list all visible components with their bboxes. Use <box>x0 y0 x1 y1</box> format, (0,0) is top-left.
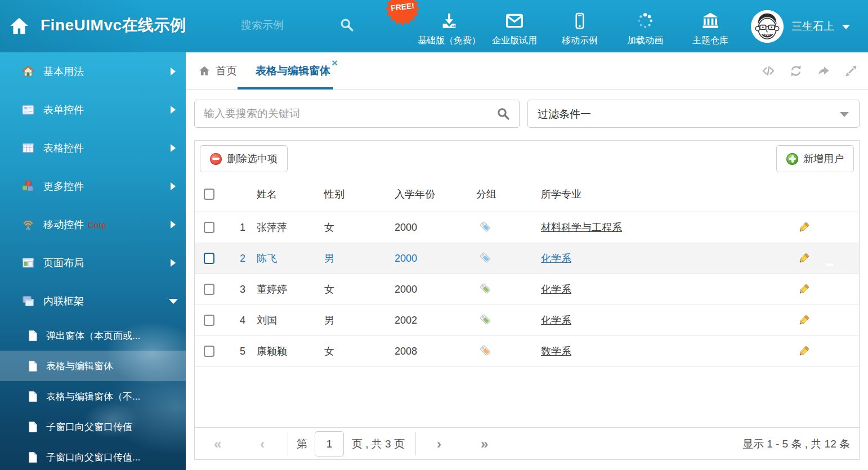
row-checkbox[interactable] <box>204 284 214 295</box>
sidebar-item[interactable]: 基本用法 <box>0 52 186 91</box>
cubes-icon <box>21 180 35 193</box>
sidebar-item-label: 表单控件 <box>43 103 84 117</box>
major-link[interactable]: 化学系 <box>541 253 571 264</box>
row-checkbox[interactable] <box>204 315 214 326</box>
sidebar-item[interactable]: 移动控件Corp. <box>0 205 186 244</box>
edit-pencil-icon[interactable] <box>798 345 810 357</box>
filter-dropdown-value: 过滤条件一 <box>538 107 591 122</box>
row-index: 3 <box>229 284 257 296</box>
sidebar-menu: 基本用法表单控件表格控件更多控件移动控件Corp.页面布局内联框架弹出窗体（本页… <box>0 52 186 470</box>
tab-active-underline <box>238 87 333 89</box>
filter-dropdown[interactable]: 过滤条件一 <box>527 100 860 128</box>
delete-selected-label: 删除选中项 <box>227 152 278 165</box>
header-search-input[interactable] <box>241 16 337 35</box>
edit-pencil-icon[interactable] <box>798 252 810 265</box>
user-menu[interactable]: 三生石上 <box>751 0 850 52</box>
pager-divider <box>288 432 288 455</box>
table-row[interactable]: 4刘国男2002化学系 <box>195 305 859 336</box>
row-index: 5 <box>229 346 257 357</box>
page-last-button[interactable]: » <box>481 428 488 460</box>
cell-year: 2000 <box>395 222 476 234</box>
row-checkbox[interactable] <box>204 346 214 357</box>
sidebar-subitem-label: 表格与编辑窗体 <box>46 360 113 373</box>
grid-panel: 删除选中项 新增用户 姓名 性别 入学年份 分组 所学专业 <box>194 140 860 460</box>
header-nav-item[interactable]: 基础版（免费） <box>417 6 482 47</box>
tab-active[interactable]: 表格与编辑窗体 × <box>238 52 333 89</box>
page-first-button[interactable]: « <box>214 428 221 460</box>
tab-home-icon <box>198 65 211 77</box>
header-search-icon[interactable] <box>339 17 354 32</box>
tab-bar: 首页 表格与编辑窗体 × <box>186 52 868 89</box>
edit-pencil-icon[interactable] <box>798 221 810 234</box>
sidebar-subitem[interactable]: 表格与编辑窗体 <box>0 351 186 381</box>
sidebar-item-label: 移动控件 <box>43 218 84 231</box>
refresh-icon[interactable] <box>789 64 803 78</box>
page-icon <box>27 421 39 433</box>
tab-close-icon[interactable]: × <box>332 57 338 68</box>
header-nav-item[interactable]: 移动示例 <box>547 6 612 47</box>
open-new-window-icon[interactable] <box>817 64 830 78</box>
header-nav-item[interactable]: 主题仓库 <box>678 6 743 47</box>
page-prefix-label: 第 <box>297 428 307 460</box>
tag-icon <box>479 254 491 266</box>
major-link[interactable]: 材料科学与工程系 <box>541 222 622 233</box>
header-nav-label: 企业版试用 <box>492 35 537 47</box>
sidebar-item[interactable]: 页面布局 <box>0 244 186 282</box>
select-all-checkbox[interactable] <box>204 189 214 200</box>
header-nav-item[interactable]: 企业版试用 <box>482 6 547 47</box>
sidebar-subitem[interactable]: 弹出窗体（本页面或... <box>0 320 186 351</box>
edit-pencil-icon[interactable] <box>798 314 810 326</box>
keyword-search-input[interactable] <box>194 100 520 128</box>
sidebar-item-label: 基本用法 <box>43 65 84 78</box>
cell-year: 2002 <box>395 315 476 326</box>
header-nav-label: 主题仓库 <box>692 35 728 47</box>
page-next-button[interactable]: › <box>437 428 441 460</box>
sidebar-subitem[interactable]: 表格与编辑窗体（不... <box>0 381 186 411</box>
header-nav-item[interactable]: 加载动画 <box>612 6 678 47</box>
sidebar-item[interactable]: 更多控件 <box>0 167 186 205</box>
sidebar-subitem-label: 弹出窗体（本页面或... <box>46 329 140 342</box>
tab-home[interactable]: 首页 <box>198 52 237 89</box>
page-icon <box>27 451 39 463</box>
page-suffix-label: 页 , 共 3 页 <box>352 428 405 460</box>
major-link[interactable]: 数学系 <box>541 346 571 357</box>
add-user-button[interactable]: 新增用户 <box>776 145 854 172</box>
edit-pencil-icon[interactable] <box>798 283 810 296</box>
row-checkbox[interactable] <box>204 222 214 233</box>
major-cell: 化学系 <box>541 314 793 327</box>
tag-icon <box>479 316 491 328</box>
table-row[interactable]: 5康颖颖女2008数学系 <box>195 336 859 367</box>
page-number-input[interactable] <box>315 431 344 456</box>
view-source-icon[interactable] <box>762 64 775 78</box>
sidebar-item[interactable]: 内联框架 <box>0 282 186 320</box>
antenna-icon <box>21 218 35 231</box>
table-row[interactable]: 2陈飞男2000化学系 <box>195 243 859 274</box>
major-link[interactable]: 化学系 <box>541 284 571 295</box>
cell-name: 刘国 <box>257 314 324 327</box>
sidebar-item-label: 表格控件 <box>43 141 84 155</box>
fineui-app: FineUIMvc在线示例 FREE! 基础版（免费）企业版试用移动示例加载动画… <box>0 0 868 470</box>
sidebar-subitem[interactable]: 子窗口向父窗口传值 <box>0 411 186 442</box>
sidebar-subitem[interactable]: 子窗口向父窗口传值... <box>0 442 186 470</box>
keyword-search-icon[interactable] <box>496 107 510 120</box>
mobile-icon <box>570 11 589 30</box>
sidebar-item[interactable]: 表单控件 <box>0 91 186 129</box>
maximize-icon[interactable] <box>844 64 858 78</box>
table-icon <box>21 141 35 155</box>
sidebar-subitem-label: 子窗口向父窗口传值 <box>46 420 132 433</box>
spinner-icon <box>636 11 655 30</box>
actions-cell <box>793 345 859 357</box>
home-icon[interactable] <box>9 16 29 36</box>
table-row[interactable]: 3董婷婷女2000化学系 <box>195 274 859 305</box>
group-cell <box>476 344 541 359</box>
page-prev-button[interactable]: ‹ <box>260 428 265 460</box>
avatar[interactable] <box>751 10 784 43</box>
major-cell: 材料科学与工程系 <box>541 221 793 234</box>
sidebar-item[interactable]: 表格控件 <box>0 129 186 167</box>
delete-selected-button[interactable]: 删除选中项 <box>200 145 288 172</box>
major-link[interactable]: 化学系 <box>541 315 571 326</box>
pagination-bar: « ‹ 第 页 , 共 3 页 › » 显示 1 - 5 条 , 共 12 条 <box>195 427 859 459</box>
table-row[interactable]: 1张萍萍女2000材料科学与工程系 <box>195 212 859 243</box>
row-checkbox[interactable] <box>204 253 214 264</box>
page-icon <box>27 391 39 402</box>
